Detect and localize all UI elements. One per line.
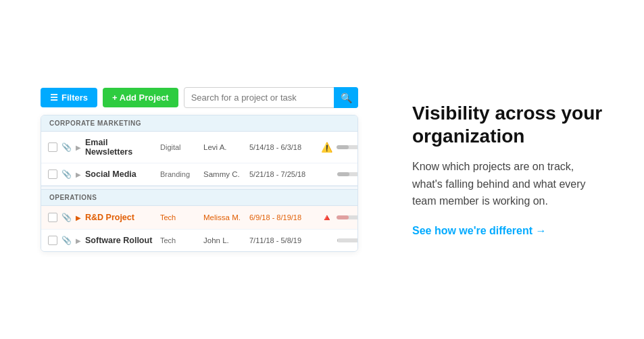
expand-icon: ▶ xyxy=(76,171,81,178)
task-tag: Tech xyxy=(160,236,199,244)
alert-icon: 🔺 xyxy=(321,212,332,223)
task-assignee: Sammy C. xyxy=(203,170,245,178)
right-panel: Visibility across your organization Know… xyxy=(399,102,603,237)
table-row[interactable]: 📎 ▶ Software Rollout Tech John L. 7/11/1… xyxy=(41,230,357,251)
attach-icon: 📎 xyxy=(61,142,72,152)
task-checkbox[interactable] xyxy=(48,236,57,245)
search-icon: 🔍 xyxy=(341,93,352,103)
task-name: Social Media xyxy=(85,170,156,179)
task-dates: 6/9/18 - 8/19/18 xyxy=(249,213,317,221)
search-input[interactable] xyxy=(184,87,358,108)
attach-icon: 📎 xyxy=(61,236,72,245)
progress-fill xyxy=(337,172,349,176)
progress-fill xyxy=(337,238,338,242)
search-wrapper: 🔍 xyxy=(184,87,358,108)
expand-icon: ▶ xyxy=(76,237,81,244)
task-dates: 5/14/18 - 6/3/18 xyxy=(249,143,317,151)
task-checkbox[interactable] xyxy=(48,170,57,179)
filters-button[interactable]: ☰ Filters xyxy=(41,88,97,107)
task-tag: Tech xyxy=(160,213,199,221)
task-tag: Digital xyxy=(160,143,199,151)
filters-label: Filters xyxy=(61,93,88,103)
progress-bar xyxy=(337,238,358,242)
task-assignee: Melissa M. xyxy=(203,213,245,221)
task-checkbox[interactable] xyxy=(48,142,57,152)
progress-fill xyxy=(337,145,349,149)
task-dates: 5/21/18 - 7/25/18 xyxy=(249,170,317,178)
filter-icon: ☰ xyxy=(50,93,58,103)
alert-icon: ⚠️ xyxy=(321,142,332,153)
expand-icon: ▶ xyxy=(76,144,81,151)
table-row[interactable]: 📎 ▶ Email Newsletters Digital Levi A. 5/… xyxy=(41,132,357,163)
expand-icon: ▶ xyxy=(76,214,81,221)
table-row[interactable]: 📎 ▶ R&D Project Tech Melissa M. 6/9/18 -… xyxy=(41,206,357,230)
task-checkbox[interactable] xyxy=(48,213,57,222)
task-dates: 7/11/18 - 5/8/19 xyxy=(249,236,317,244)
section-header-operations: OPERATIONS xyxy=(41,190,357,206)
task-name: Software Rollout xyxy=(85,236,156,245)
task-name: R&D Project xyxy=(85,213,156,222)
task-assignee: Levi A. xyxy=(203,143,245,151)
task-assignee: John L. xyxy=(203,236,245,244)
project-list: CORPORATE MARKETING 📎 ▶ Email Newsletter… xyxy=(41,115,358,252)
description: Know which projects are on track, what's… xyxy=(412,158,603,210)
progress-bar xyxy=(337,215,358,219)
section-header-corporate: CORPORATE MARKETING xyxy=(41,115,357,132)
headline: Visibility across your organization xyxy=(412,102,603,147)
toolbar: ☰ Filters + Add Project 🔍 xyxy=(41,87,358,108)
progress-fill xyxy=(337,215,349,219)
add-project-label: + Add Project xyxy=(112,93,169,103)
attach-icon: 📎 xyxy=(61,170,72,179)
task-name: Email Newsletters xyxy=(85,138,156,157)
search-button[interactable]: 🔍 xyxy=(334,87,358,108)
page-container: ☰ Filters + Add Project 🔍 CORPORATE MARK… xyxy=(0,74,644,265)
task-tag: Branding xyxy=(160,170,199,178)
attach-icon: 📎 xyxy=(61,213,72,222)
cta-link[interactable]: See how we're different → xyxy=(412,225,547,237)
add-project-button[interactable]: + Add Project xyxy=(103,88,178,107)
left-panel: ☰ Filters + Add Project 🔍 CORPORATE MARK… xyxy=(41,87,358,252)
table-row[interactable]: 📎 ▶ Social Media Branding Sammy C. 5/21/… xyxy=(41,163,357,186)
progress-bar xyxy=(337,145,358,149)
progress-bar xyxy=(337,172,358,176)
